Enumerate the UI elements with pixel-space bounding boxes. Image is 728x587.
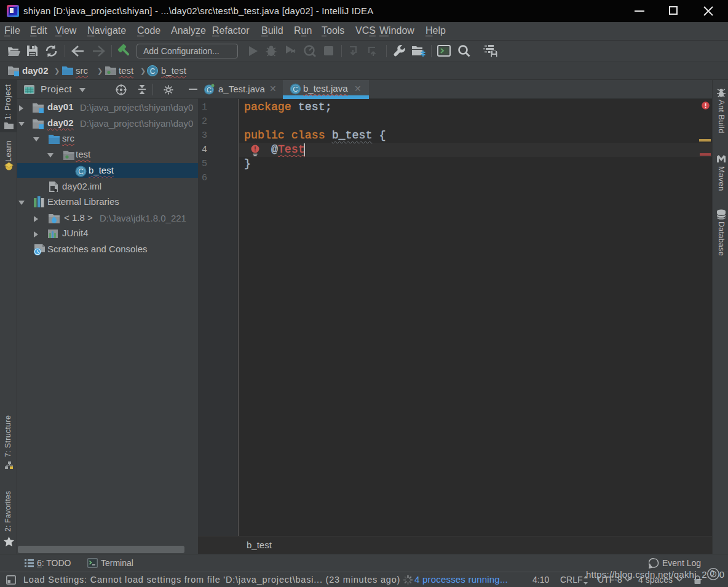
svg-text:C: C (293, 86, 298, 93)
svg-text:C: C (150, 67, 156, 76)
svg-text:C: C (207, 86, 212, 94)
svg-text:C: C (78, 167, 84, 176)
svg-text:!: ! (254, 146, 256, 153)
